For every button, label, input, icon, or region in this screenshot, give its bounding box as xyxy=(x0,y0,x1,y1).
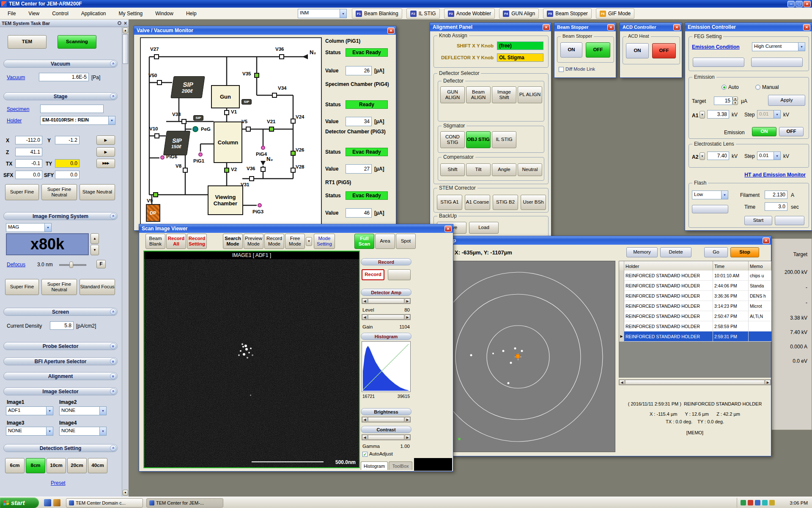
image2-combo[interactable]: NONE▼ xyxy=(59,406,107,415)
contrast-scrollbar[interactable]: ◀▶ xyxy=(362,434,411,440)
section-header-alignment[interactable]: Alignment» xyxy=(3,372,118,380)
detector-scrollbar[interactable]: ◀▶ xyxy=(362,298,411,304)
scroll-up-icon[interactable]: ▲ xyxy=(123,28,128,33)
area-scan-button[interactable]: Area xyxy=(375,234,395,249)
close-button[interactable]: × xyxy=(804,1,811,7)
comp-shift-button[interactable]: Shift xyxy=(440,163,465,176)
comp-tilt-button[interactable]: Tilt xyxy=(466,163,491,176)
valve-v35[interactable] xyxy=(254,73,259,78)
table-hscrollbar[interactable]: ◀▶ xyxy=(619,379,771,385)
stop-button[interactable]: Stop xyxy=(730,247,759,257)
backup-load-button[interactable]: Load xyxy=(469,222,499,234)
mag-mode-combo[interactable]: MAG▼ xyxy=(6,223,52,232)
emission-off-button[interactable]: OFF xyxy=(779,127,804,136)
fkey-beam-blanking[interactable]: F1Beam Blanking xyxy=(352,8,402,19)
menu-window[interactable]: Window xyxy=(154,10,175,17)
camera-length-10cm-button[interactable]: 10cm xyxy=(47,458,66,473)
beam-blank-button[interactable]: Beam Blank xyxy=(145,234,165,249)
brightness-scrollbar[interactable]: ◀▶ xyxy=(362,417,411,422)
pl-align-button[interactable]: PL ALIGN xyxy=(518,86,542,103)
level-scrollbar[interactable]: ◀▶ xyxy=(362,314,411,320)
user-bsh-button[interactable]: User BSh xyxy=(521,195,546,210)
menu-view[interactable]: View xyxy=(27,10,41,17)
expand-chevron-icon[interactable]: » xyxy=(110,373,116,379)
collapse-chevron-icon[interactable]: » xyxy=(110,93,116,99)
image4-combo[interactable]: NONE▼ xyxy=(59,427,107,436)
emission-on-button[interactable]: ON xyxy=(752,127,776,136)
chevron-down-icon[interactable]: ▼ xyxy=(774,152,780,160)
full-scan-button[interactable]: Full Scan xyxy=(354,234,374,249)
valve-v10[interactable] xyxy=(154,133,159,138)
memory-button[interactable]: Memory xyxy=(626,247,658,257)
vacuum-link[interactable]: Vacuum xyxy=(7,75,25,80)
ht-emission-monitor-link[interactable]: HT and Emission Monitor xyxy=(744,172,806,178)
close-icon[interactable]: × xyxy=(444,226,452,232)
valve-v50[interactable] xyxy=(157,80,162,85)
camera-length-20cm-button[interactable]: 20cm xyxy=(67,458,87,473)
feg-disabled-button-1[interactable] xyxy=(693,58,744,67)
mag-down-button[interactable]: ▼ xyxy=(91,245,99,255)
minimize-button[interactable]: – xyxy=(787,1,795,7)
focus-super-fine-neutral-button[interactable]: Super Fine Neutral xyxy=(41,279,77,295)
menu-help[interactable]: Help xyxy=(184,10,198,17)
cond-stig-button[interactable]: COND STIG xyxy=(440,131,465,148)
chevron-down-icon[interactable]: ▼ xyxy=(99,407,106,415)
focus-f-button[interactable]: F xyxy=(96,260,106,268)
maximize-button[interactable]: □ xyxy=(796,1,803,7)
apply-button[interactable]: Apply xyxy=(768,95,805,106)
stem-image[interactable]: 500.0nm xyxy=(144,259,359,467)
valve-v28[interactable] xyxy=(291,168,296,173)
valve-v24[interactable] xyxy=(291,119,296,124)
valve-v36-mid[interactable] xyxy=(261,167,266,172)
flash-disabled-button-2[interactable] xyxy=(775,216,804,225)
spinner-up-icon[interactable]: ▲ xyxy=(732,97,738,101)
tray-icon-1[interactable] xyxy=(741,500,746,505)
chevron-down-icon[interactable]: ▼ xyxy=(108,116,115,124)
valve-v34[interactable] xyxy=(272,93,277,98)
autoadjust-checkbox[interactable]: ✓ xyxy=(362,452,368,457)
record-save-button[interactable] xyxy=(388,269,411,280)
collapse-chevron-icon[interactable]: » xyxy=(110,213,116,219)
chevron-down-icon[interactable]: ▼ xyxy=(798,43,805,51)
scrollbar-thumb[interactable] xyxy=(123,34,128,64)
feg-disabled-button-2[interactable] xyxy=(751,58,803,67)
focus-super-fine-button[interactable]: Super Fine xyxy=(5,279,39,295)
table-row[interactable]: REINFORCED STANDARD HOLDER3:14:23 PMMicr… xyxy=(619,301,771,311)
spinner-down-icon[interactable]: ▼ xyxy=(732,101,738,105)
mode-combo[interactable]: INM ▼ xyxy=(298,9,347,18)
valve-v9[interactable] xyxy=(153,192,158,197)
section-header-bfi-aperture[interactable]: BFI Aperture Selector» xyxy=(3,357,118,365)
beam-stopper-on-button[interactable]: ON xyxy=(560,42,582,58)
flash-disabled-button-1[interactable] xyxy=(692,205,728,213)
collapse-chevron-icon[interactable]: » xyxy=(110,309,116,315)
chevron-down-icon[interactable]: ▼ xyxy=(774,110,780,118)
tab-toolbox[interactable]: ToolBox xyxy=(389,461,412,470)
fkey-gif-mode[interactable]: F6GIF Mode xyxy=(596,8,634,19)
collapse-chevron-icon[interactable]: » xyxy=(110,61,116,67)
close-icon[interactable]: × xyxy=(763,237,770,244)
expand-chevron-icon[interactable]: » xyxy=(110,358,116,364)
tray-icon-3[interactable] xyxy=(755,500,760,505)
valve-v27[interactable] xyxy=(154,54,159,59)
flash-level-combo[interactable]: Low▼ xyxy=(692,190,728,199)
fkey-il-stig[interactable]: F2IL STIG xyxy=(406,8,440,19)
search-mode-button[interactable]: Search Mode xyxy=(223,234,243,249)
pin-icon[interactable] xyxy=(118,21,121,25)
a2-spinner[interactable]: ▼ xyxy=(700,152,705,160)
chevron-down-icon[interactable]: ▼ xyxy=(46,427,53,435)
comp-neutral-button[interactable]: Neutral xyxy=(518,163,542,176)
standard-focus-button[interactable]: Standard Focus xyxy=(80,279,115,295)
comp-angle-button[interactable]: Angle xyxy=(492,163,516,176)
camera-length-40cm-button[interactable]: 40cm xyxy=(88,458,107,473)
close-icon[interactable]: × xyxy=(607,24,614,30)
stage-tilt-step-button[interactable]: ▶▶▶ xyxy=(96,159,115,168)
emission-condition-link[interactable]: Emission Condition xyxy=(692,44,740,50)
acd-off-button[interactable]: OFF xyxy=(652,43,676,58)
valve-v5[interactable] xyxy=(246,127,251,132)
obj-stig-button[interactable]: OBJ STIG xyxy=(466,131,491,148)
menu-application[interactable]: Application xyxy=(80,10,108,17)
chevron-down-icon[interactable]: ▼ xyxy=(44,224,51,232)
scanning-mode-button[interactable]: Scanning xyxy=(58,35,96,49)
quick-launch-icon-1[interactable] xyxy=(44,499,51,506)
acd-on-button[interactable]: ON xyxy=(626,43,649,58)
